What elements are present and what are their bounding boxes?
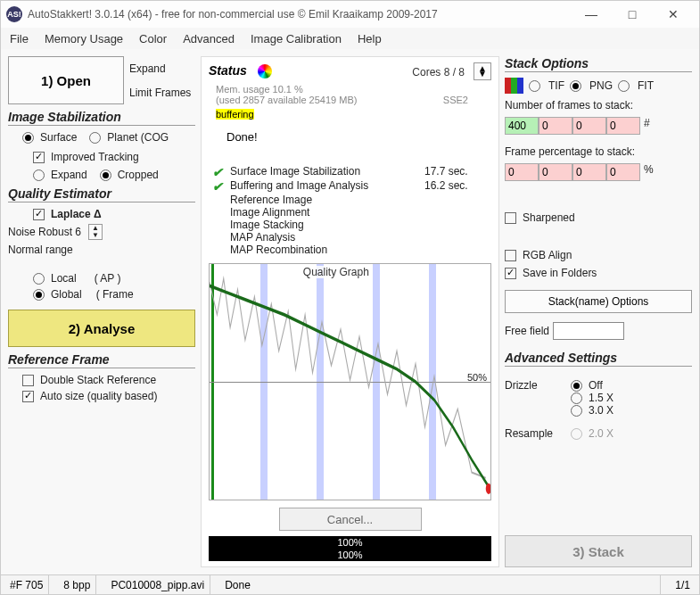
window-title: AutoStakkert! 3.0.14 (x64) - free for no… <box>28 8 438 21</box>
image-stabilization-title: Image Stabilization <box>8 110 195 126</box>
quality-graph: Quality Graph 50% <box>209 263 491 500</box>
tif-radio[interactable] <box>529 80 540 92</box>
global-radio[interactable] <box>33 289 45 301</box>
cropped-label: Cropped <box>118 169 159 181</box>
png-radio[interactable] <box>570 80 581 92</box>
status-bpp: 8 bpp <box>58 575 96 594</box>
rgb-square-icon <box>505 78 523 94</box>
menu-memory[interactable]: Memory Usage <box>45 32 123 45</box>
noise-robust-label: Noise Robust 6 <box>8 226 81 238</box>
close-button[interactable]: ✕ <box>653 2 694 27</box>
cropped-radio[interactable] <box>100 169 111 181</box>
menu-color[interactable]: Color <box>139 32 167 45</box>
sharpened-label: Sharpened <box>523 211 575 224</box>
local-radio[interactable] <box>33 273 45 285</box>
free-field-input[interactable] <box>553 322 624 340</box>
buffering-label: buffering <box>216 109 254 120</box>
check-icon: ✔ <box>212 179 223 194</box>
planet-label: Planet (COG <box>107 131 169 144</box>
quality-estimator-title: Quality Estimator <box>8 186 195 202</box>
auto-size-checkbox[interactable] <box>22 391 34 402</box>
sharpened-checkbox[interactable] <box>505 212 516 224</box>
num-frames-4[interactable] <box>606 117 640 135</box>
proc-map-analysis: MAP Analysis <box>228 231 424 244</box>
laplace-checkbox[interactable] <box>33 209 45 220</box>
fit-label: FIT <box>638 79 654 92</box>
hash-label: # <box>640 117 650 135</box>
tif-label: TIF <box>548 79 564 92</box>
planet-radio[interactable] <box>89 132 101 144</box>
cores-label: Cores 8 / 8 <box>412 66 465 79</box>
drizzle-15-label: 1.5 X <box>589 392 614 404</box>
open-button[interactable]: 1) Open <box>8 56 124 104</box>
pct-frames-2[interactable] <box>539 163 572 181</box>
check-icon: ✔ <box>212 165 223 179</box>
status-frames: #F 705 <box>4 575 49 594</box>
statusbar: #F 705 8 bpp PC010008_pipp.avi Done 1/1 <box>1 574 699 594</box>
num-frames-label: Number of frames to stack: <box>505 99 692 112</box>
frame-hint: ( Frame <box>96 288 134 301</box>
num-frames-2[interactable] <box>539 117 572 135</box>
proc-stacking: Image Stacking <box>228 219 424 231</box>
expand-label: Expand <box>51 169 87 181</box>
ap-hint: ( AP ) <box>95 272 121 285</box>
surface-radio[interactable] <box>22 132 34 144</box>
auto-size-label: Auto size (quality based) <box>40 390 157 402</box>
expand-radio[interactable] <box>33 169 45 181</box>
proc-buffering-time: 16.2 sec. <box>424 179 468 194</box>
png-label: PNG <box>589 79 613 92</box>
open-expand-link[interactable]: Expand <box>129 62 195 75</box>
reference-frame-title: Reference Frame <box>8 352 195 368</box>
num-frames-1[interactable] <box>505 117 539 135</box>
double-stack-label: Double Stack Reference <box>40 374 156 386</box>
status-pos: 1/1 <box>670 575 696 594</box>
open-limit-frames-link[interactable]: Limit Frames <box>129 87 195 99</box>
maximize-button[interactable]: □ <box>612 2 653 27</box>
status-title: Status <box>209 63 247 78</box>
menu-help[interactable]: Help <box>358 32 382 45</box>
resample-label: Resample <box>505 427 567 440</box>
double-stack-checkbox[interactable] <box>22 375 34 386</box>
pct-frames-1[interactable] <box>505 163 539 181</box>
free-field-label: Free field <box>505 325 549 337</box>
rgb-align-label: RGB Align <box>523 249 572 261</box>
laplace-label: Laplace Δ <box>51 208 102 220</box>
drizzle-15-radio[interactable] <box>571 393 582 404</box>
pct-frames-3[interactable] <box>572 163 606 181</box>
resample-20-label: 2.0 X <box>589 427 614 440</box>
menubar: File Memory Usage Color Advanced Image C… <box>1 28 699 49</box>
proc-buffering: Buffering and Image Analysis <box>228 179 424 194</box>
progress-bars: 100% 100% <box>209 536 491 561</box>
menu-file[interactable]: File <box>10 32 29 45</box>
proc-alignment: Image Alignment <box>228 206 424 219</box>
resample-20-radio[interactable] <box>571 428 582 440</box>
improved-tracking-label: Improved Tracking <box>51 151 139 163</box>
surface-label: Surface <box>40 131 77 144</box>
menu-image-calibration[interactable]: Image Calibration <box>251 32 342 45</box>
color-wheel-icon <box>258 64 272 79</box>
cancel-button[interactable]: Cancel... <box>279 508 422 531</box>
proc-surface-stab: Surface Image Stabilization <box>228 165 424 179</box>
stack-button[interactable]: 3) Stack <box>505 535 692 567</box>
advanced-settings-title: Advanced Settings <box>505 351 692 367</box>
drizzle-off-label: Off <box>589 379 603 392</box>
normal-range-label: Normal range <box>8 244 73 256</box>
fit-radio[interactable] <box>618 80 630 92</box>
cores-stepper[interactable]: ▲▼ <box>474 62 491 80</box>
save-folders-checkbox[interactable] <box>505 268 516 279</box>
rgb-align-checkbox[interactable] <box>505 250 516 261</box>
drizzle-30-radio[interactable] <box>571 405 582 417</box>
drizzle-off-radio[interactable] <box>571 380 582 392</box>
minimize-button[interactable]: — <box>571 2 612 27</box>
stack-name-options-button[interactable]: Stack(name) Options <box>505 290 692 313</box>
pct-frames-4[interactable] <box>606 163 640 181</box>
analyse-button[interactable]: 2) Analyse <box>8 310 195 347</box>
pct-frames-label: Frame percentage to stack: <box>505 145 692 158</box>
app-icon: AS! <box>6 6 22 22</box>
menu-advanced[interactable]: Advanced <box>183 32 235 45</box>
noise-robust-stepper[interactable]: ▲▼ <box>88 224 103 240</box>
num-frames-3[interactable] <box>572 117 606 135</box>
global-label: Global <box>51 288 82 301</box>
improved-tracking-checkbox[interactable] <box>33 152 45 163</box>
progress-2: 100% <box>209 549 491 561</box>
